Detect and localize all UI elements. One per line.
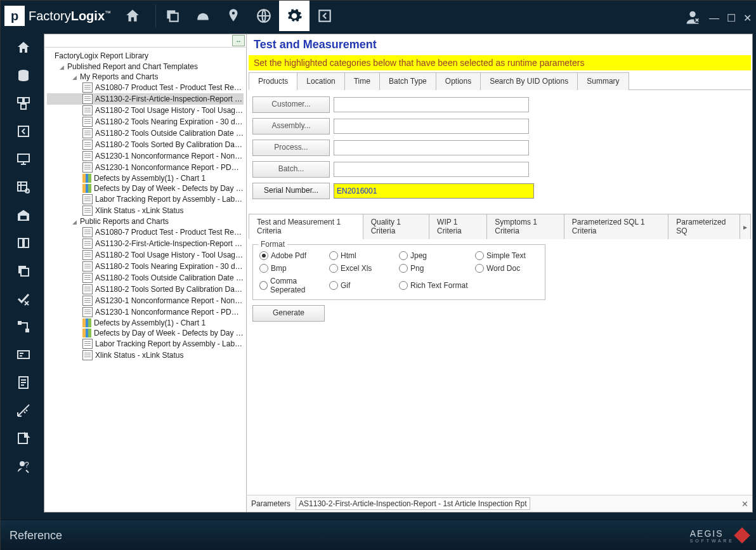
tree-leaf[interactable]: Labor Tracking Report by Assembly - Labo… (47, 193, 244, 205)
tree-group-public[interactable]: ◢Public Reports and Charts (47, 216, 244, 226)
serial-number-field[interactable]: EN2016001 (334, 183, 534, 199)
tab-search-by-uid-options[interactable]: Search By UID Options (480, 72, 578, 90)
side-table-search-icon[interactable] (4, 173, 42, 201)
side-check-x-icon[interactable] (4, 285, 42, 313)
radio-label: Adobe Pdf (271, 251, 306, 260)
format-radio-bmp[interactable]: Bmp (259, 264, 329, 273)
format-radio-png[interactable]: Png (399, 264, 475, 273)
side-notes-icon[interactable] (4, 369, 42, 396)
tab-options[interactable]: Options (436, 72, 481, 90)
tab-time[interactable]: Time (344, 72, 380, 90)
side-export-icon[interactable] (4, 424, 42, 452)
helmet-icon[interactable] (188, 1, 218, 31)
windows-stack-icon[interactable] (157, 1, 188, 31)
radio-dot-icon (475, 251, 484, 260)
location-pin-icon[interactable] (218, 1, 249, 31)
customer-button[interactable]: Customer... (252, 96, 330, 113)
side-help-user-icon[interactable]: ? (4, 452, 42, 480)
radio-dot-icon (399, 251, 408, 260)
format-radio-adobe-pdf[interactable]: Adobe Pdf (259, 251, 329, 260)
user-icon[interactable] (684, 8, 701, 28)
side-monitor-icon[interactable] (4, 145, 42, 173)
criteria-tab[interactable]: Quality 1 Criteria (363, 214, 429, 239)
batch-field[interactable] (334, 162, 529, 177)
tree-leaf[interactable]: AS1180-2 Tools Outside Calibration Date … (47, 272, 244, 284)
tab-products[interactable]: Products (249, 72, 297, 90)
tree-leaf[interactable]: Labor Tracking Report by Assembly - Labo… (47, 338, 244, 350)
tab-batch-type[interactable]: Batch Type (379, 72, 436, 90)
document-icon (82, 273, 93, 283)
side-warehouse-icon[interactable] (4, 201, 42, 229)
tree-leaf[interactable]: AS1230-1 Nonconformance Report - PDF -… (47, 306, 244, 318)
tree-refresh-button[interactable]: ↔ (232, 35, 245, 46)
process-field[interactable] (334, 140, 529, 155)
tree-group-my[interactable]: ◢My Reports and Charts (47, 72, 244, 82)
criteria-tab[interactable]: WIP 1 Criteria (429, 214, 487, 239)
document-icon (82, 261, 93, 272)
format-radio-simple-text[interactable]: Simple Text (475, 251, 545, 260)
tree-leaf[interactable]: AS1180-2 Tool Usage History - Tool Usage… (47, 105, 244, 116)
tab-location[interactable]: Location (297, 72, 344, 90)
serial-number-button[interactable]: Serial Number... (252, 183, 330, 199)
document-icon (82, 296, 93, 306)
format-radio-html[interactable]: Html (329, 251, 399, 260)
criteria-tab[interactable]: Test and Measurement 1 Criteria (249, 214, 363, 239)
tree-root[interactable]: ◢Published Report and Chart Templates (47, 62, 244, 72)
format-radio-comma-seperated[interactable]: Comma Seperated (259, 277, 329, 294)
customer-field[interactable] (334, 97, 529, 112)
history-back-icon[interactable] (310, 1, 340, 31)
side-copy-icon[interactable] (4, 257, 42, 285)
side-home-icon[interactable] (4, 34, 42, 62)
tree-leaf[interactable]: Xlink Status - xLink Status (47, 350, 244, 361)
status-close-icon[interactable]: ✕ (741, 499, 748, 509)
criteria-tab[interactable]: Parameterized SQ (668, 214, 740, 239)
tree-leaf[interactable]: AS1180-2 Tools Sorted By Calibration Dat… (47, 139, 244, 150)
tab-summary[interactable]: Summary (577, 72, 629, 90)
tree-leaf[interactable]: Defects by Assembly(1) - Chart 1 (47, 173, 244, 183)
tree-leaf[interactable]: AS1080-7 Product Test - Product Test Rep… (47, 82, 244, 93)
side-boxes-icon[interactable] (4, 89, 42, 117)
maximize-button[interactable]: ☐ (727, 12, 736, 24)
tree-leaf[interactable]: AS1080-7 Product Test - Product Test Rep… (47, 226, 244, 238)
home-icon[interactable] (117, 1, 148, 31)
tree-leaf[interactable]: AS1180-2 Tool Usage History - Tool Usage… (47, 249, 244, 261)
generate-button[interactable]: Generate (252, 305, 325, 322)
gear-icon[interactable] (279, 1, 310, 31)
criteria-tab[interactable]: Parameterized SQL 1 Criteria (564, 214, 668, 239)
side-ruler-icon[interactable] (4, 396, 42, 424)
tree-leaf[interactable]: AS1180-2 Tools Nearing Expiration - 30 d… (47, 116, 244, 128)
side-book-icon[interactable] (4, 229, 42, 257)
format-radio-excel-xls[interactable]: Excel Xls (329, 264, 399, 273)
minimize-button[interactable]: — (709, 13, 719, 24)
assembly-button[interactable]: Assembly... (252, 118, 330, 134)
process-button[interactable]: Process... (252, 140, 330, 156)
format-radio-jpeg[interactable]: Jpeg (399, 251, 475, 260)
tree-leaf[interactable]: Defects by Day of Week - Defects by Day … (47, 183, 244, 193)
tree-leaf[interactable]: AS1230-1 Nonconformance Report - Nonc… (47, 150, 244, 162)
side-card-icon[interactable] (4, 341, 42, 369)
side-history-icon[interactable] (4, 117, 42, 145)
side-flow-icon[interactable] (4, 313, 42, 341)
tree-leaf[interactable]: AS1130-2-First-Article-Inspection-Report… (47, 238, 244, 249)
format-radio-gif[interactable]: Gif (329, 277, 399, 294)
tree-leaf[interactable]: AS1180-2 Tools Outside Calibration Date … (47, 128, 244, 139)
tree-leaf[interactable]: Xlink Status - xLink Status (47, 205, 244, 216)
format-radio-rich-text-format[interactable]: Rich Text Format (399, 277, 475, 294)
tree-leaf[interactable]: AS1130-2-First-Article-Inspection-Report… (47, 93, 244, 105)
svg-rect-17 (18, 321, 22, 325)
tabs-scroll-right-icon[interactable]: ▸ (740, 214, 751, 239)
batch-button[interactable]: Batch... (252, 161, 330, 178)
side-database-icon[interactable] (4, 62, 42, 89)
tree-leaf[interactable]: AS1180-2 Tools Nearing Expiration - 30 d… (47, 261, 244, 272)
tree-leaf[interactable]: Defects by Assembly(1) - Chart 1 (47, 318, 244, 328)
tree-leaf[interactable]: AS1230-1 Nonconformance Report - Nonc… (47, 295, 244, 306)
format-radio-word-doc[interactable]: Word Doc (475, 264, 545, 273)
tree-leaf[interactable]: AS1230-1 Nonconformance Report - PDF -… (47, 162, 244, 173)
globe-icon[interactable] (249, 1, 279, 31)
criteria-tab[interactable]: Symptoms 1 Criteria (486, 214, 564, 239)
tree-leaf[interactable]: AS1180-2 Tools Sorted By Calibration Dat… (47, 284, 244, 295)
assembly-field[interactable] (334, 119, 529, 134)
tree-leaf[interactable]: Defects by Day of Week - Defects by Day … (47, 328, 244, 338)
close-button[interactable]: ✕ (743, 12, 752, 24)
app-title: FactoryLogix™ (29, 9, 111, 23)
